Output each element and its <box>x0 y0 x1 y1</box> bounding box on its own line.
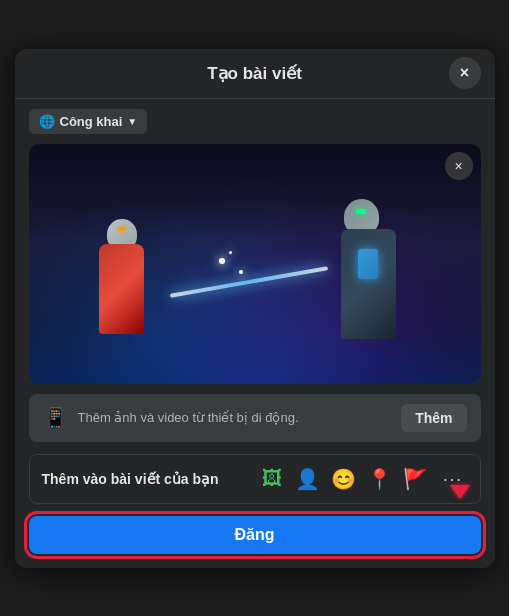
modal-body: 🌐 Công khai ▼ × <box>15 99 495 568</box>
add-from-device-row: 📱 Thêm ảnh và video từ thiết bị di động.… <box>29 394 481 442</box>
submit-post-button[interactable]: Đăng <box>29 516 481 554</box>
chevron-down-icon: ▼ <box>127 116 137 127</box>
add-more-text: Thêm ảnh và video từ thiết bị di động. <box>78 410 299 425</box>
add-to-post-label: Thêm vào bài viết của bạn <box>42 471 219 487</box>
audience-button[interactable]: 🌐 Công khai ▼ <box>29 109 148 134</box>
create-post-modal: Tạo bài viết × 🌐 Công khai ▼ <box>15 49 495 568</box>
remove-image-button[interactable]: × <box>445 152 473 180</box>
more-options-icon[interactable]: ⋯ <box>436 463 468 495</box>
phone-icon: 📱 <box>43 406 68 430</box>
energy-beam <box>169 266 327 298</box>
spark3 <box>229 251 232 254</box>
figure-left <box>89 214 169 364</box>
spark1 <box>219 258 225 264</box>
spark2 <box>239 270 243 274</box>
audience-label: Công khai <box>60 114 123 129</box>
modal-title: Tạo bài viết <box>207 63 302 84</box>
flag-icon[interactable]: 🚩 <box>400 463 432 495</box>
figure-right-body <box>341 229 396 339</box>
photo-icon[interactable]: 🖼 <box>256 463 288 495</box>
add-more-left: 📱 Thêm ảnh và video từ thiết bị di động. <box>43 406 299 430</box>
figure-right <box>331 194 431 374</box>
close-button[interactable]: × <box>449 57 481 89</box>
scene-background <box>29 144 481 384</box>
red-arrow-indicator <box>450 485 470 499</box>
modal-header: Tạo bài viết × <box>15 49 495 99</box>
figure-left-body <box>99 244 144 334</box>
image-preview: × <box>29 144 481 384</box>
them-button[interactable]: Thêm <box>401 404 466 432</box>
emoji-icon[interactable]: 😊 <box>328 463 360 495</box>
location-icon[interactable]: 📍 <box>364 463 396 495</box>
post-icons: 🖼 👤 😊 📍 🚩 ⋯ <box>256 463 468 495</box>
tag-people-icon[interactable]: 👤 <box>292 463 324 495</box>
more-with-arrow: ⋯ <box>442 467 462 491</box>
globe-icon: 🌐 <box>39 114 55 129</box>
add-to-post-row: Thêm vào bài viết của bạn 🖼 👤 😊 📍 🚩 ⋯ <box>29 454 481 504</box>
